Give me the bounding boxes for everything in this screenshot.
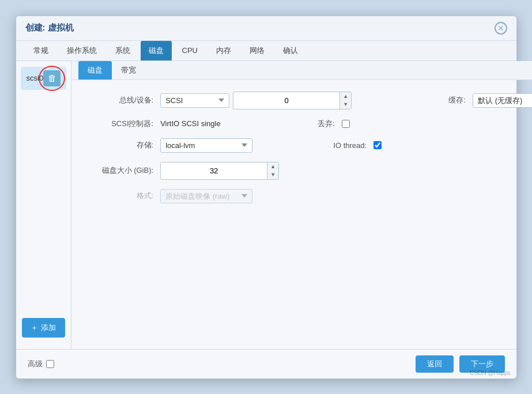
- back-button[interactable]: 返回: [416, 355, 454, 373]
- bus-label: 总线/设备:: [85, 95, 160, 105]
- spinner-down[interactable]: ▼: [340, 100, 351, 109]
- disk-size-up[interactable]: ▲: [267, 162, 278, 171]
- disk-size-down[interactable]: ▼: [267, 171, 278, 179]
- add-disk-button[interactable]: ＋ 添加: [22, 318, 66, 338]
- nav-tabs: 常规 操作系统 系统 磁盘 CPU 内存 网络 确认: [16, 41, 516, 61]
- device-label: scsi0: [27, 74, 44, 82]
- discard-checkbox[interactable]: [342, 120, 350, 128]
- tab-confirm[interactable]: 确认: [275, 41, 306, 60]
- device-num-spinner: ▲ ▼: [233, 92, 352, 109]
- watermark: CSDN @Happs: [470, 370, 510, 376]
- disk-size-label: 磁盘大小 (GiB):: [85, 165, 160, 176]
- disk-size-spinner: ▲ ▼: [160, 162, 279, 180]
- device-item-scsi0[interactable]: scsi0 🗑: [21, 67, 67, 90]
- io-thread-label: IO thread:: [299, 141, 373, 150]
- storage-row: 存储: local-lvm IO thread:: [85, 138, 532, 153]
- disk-size-input[interactable]: [161, 164, 267, 177]
- storage-label: 存储:: [85, 140, 160, 150]
- tab-network[interactable]: 网络: [242, 41, 273, 60]
- bus-controls: SCSI ▲ ▼: [160, 92, 352, 109]
- disk-size-row: 磁盘大小 (GiB): ▲ ▼: [85, 162, 532, 180]
- format-row: 格式: 原始磁盘映像 (raw): [85, 189, 532, 203]
- format-label: 格式:: [85, 191, 160, 201]
- create-vm-dialog: 创建: 虚拟机 ✕ 常规 操作系统 系统 磁盘 CPU 内存 网络 确认 scs…: [16, 16, 517, 379]
- tab-system[interactable]: 系统: [107, 41, 138, 60]
- sub-tab-disk[interactable]: 磁盘: [78, 61, 112, 79]
- dialog-body: scsi0 🗑 ＋ 添加 磁盘 带宽: [16, 61, 516, 349]
- dialog-footer: 高级 返回 下一步: [16, 349, 516, 378]
- advanced-label: 高级: [28, 359, 43, 369]
- spinner-up[interactable]: ▲: [340, 92, 351, 101]
- delete-button[interactable]: 🗑: [43, 70, 61, 86]
- tab-cpu[interactable]: CPU: [174, 41, 206, 60]
- right-panel: 磁盘 带宽 总线/设备: SCSI ▲: [71, 61, 532, 349]
- titlebar: 创建: 虚拟机 ✕: [16, 16, 516, 41]
- controller-row: SCSI控制器: VirtIO SCSI single 丢弃:: [85, 119, 532, 129]
- discard-check-wrap: [342, 120, 350, 128]
- left-panel: scsi0 🗑 ＋ 添加: [16, 61, 72, 349]
- footer-left: 高级: [28, 359, 54, 369]
- form-area: 总线/设备: SCSI ▲ ▼: [71, 80, 532, 349]
- storage-select[interactable]: local-lvm: [160, 138, 252, 153]
- sub-tabs: 磁盘 带宽: [71, 61, 532, 80]
- io-thread-checkbox[interactable]: [373, 141, 382, 149]
- sub-tab-bandwidth[interactable]: 带宽: [112, 61, 145, 79]
- tab-memory[interactable]: 内存: [208, 41, 239, 60]
- device-num-input[interactable]: [233, 94, 339, 107]
- tab-os[interactable]: 操作系统: [59, 41, 105, 60]
- io-thread-check-wrap: [373, 141, 382, 149]
- cache-select[interactable]: 默认 (无缓存): [473, 93, 532, 108]
- add-label: 添加: [41, 323, 56, 333]
- format-select[interactable]: 原始磁盘映像 (raw): [160, 189, 252, 203]
- tab-general[interactable]: 常规: [25, 41, 56, 60]
- bus-device-row: 总线/设备: SCSI ▲ ▼: [85, 92, 532, 109]
- device-list: scsi0 🗑: [16, 67, 71, 91]
- discard-label: 丢弃:: [267, 119, 342, 129]
- controller-label: SCSI控制器:: [85, 119, 160, 129]
- spinner-arrows: ▲ ▼: [339, 92, 351, 109]
- cache-label: 缓存:: [398, 95, 473, 105]
- add-icon: ＋: [31, 323, 38, 333]
- advanced-checkbox[interactable]: [46, 360, 54, 368]
- close-button[interactable]: ✕: [495, 22, 507, 35]
- disk-size-arrows: ▲ ▼: [267, 162, 278, 179]
- bus-select[interactable]: SCSI: [160, 93, 229, 108]
- delete-btn-wrap: 🗑: [43, 70, 61, 86]
- dialog-title: 创建: 虚拟机: [25, 22, 74, 33]
- controller-value: VirtIO SCSI single: [160, 119, 221, 128]
- tab-disk[interactable]: 磁盘: [141, 41, 172, 60]
